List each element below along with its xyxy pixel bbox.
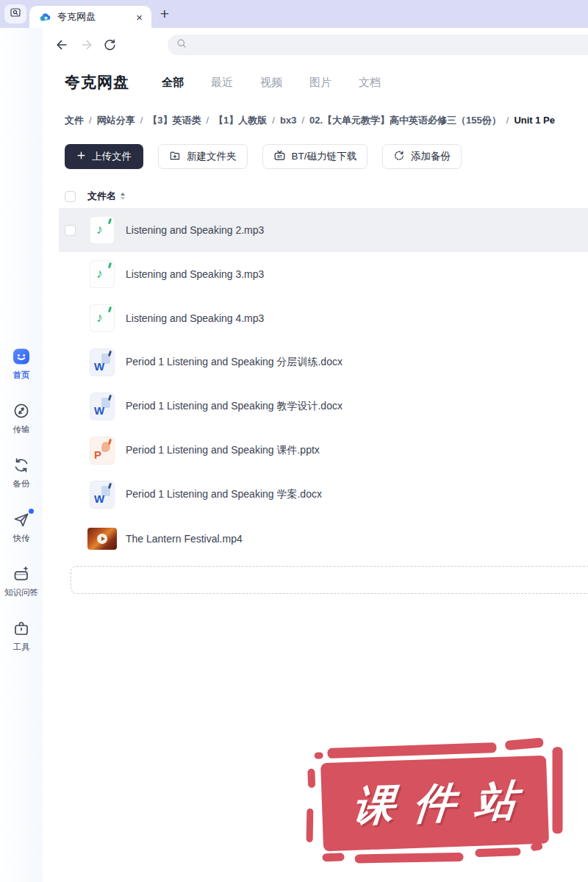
sidebar-item-1[interactable]: 传输 — [0, 401, 43, 435]
sort-toggle[interactable] — [121, 193, 125, 200]
breadcrumb: 文件/网站分享/【3】英语类/【1】人教版/bx3/02.【大单元教学】高中英语… — [65, 113, 588, 128]
view-tab-2[interactable]: 视频 — [260, 76, 282, 90]
select-all-checkbox[interactable] — [65, 191, 76, 202]
audio-glyph: ♪ — [96, 222, 103, 237]
page-corner — [101, 442, 110, 452]
row-checkbox[interactable] — [65, 225, 76, 236]
breadcrumb-item[interactable]: 文件 — [65, 115, 84, 126]
breadcrumb-item[interactable]: bx3 — [280, 115, 296, 126]
view-tab-3[interactable]: 图片 — [309, 76, 331, 90]
new-tab-button[interactable]: + — [154, 4, 175, 24]
browser-sidebar-search-button[interactable] — [4, 4, 26, 24]
sort-asc-icon — [121, 193, 125, 196]
file-type-icon-wrap: ♪ — [87, 217, 117, 243]
view-tab-1[interactable]: 最近 — [211, 76, 233, 90]
breadcrumb-separator: / — [506, 115, 509, 126]
word-file-icon: W — [90, 393, 114, 420]
sidebar-item-0[interactable]: 首页 — [0, 347, 43, 381]
breadcrumb-current: Unit 1 Pe — [514, 115, 555, 126]
file-row[interactable]: The Lantern Festival.mp4 — [59, 517, 588, 561]
new-folder-button[interactable]: 新建文件夹 — [158, 144, 248, 169]
sidebar-search-icon — [10, 7, 21, 21]
file-table-header: 文件名 — [59, 185, 588, 207]
breadcrumb-separator: / — [301, 115, 304, 126]
tab-close-icon[interactable]: × — [135, 11, 144, 24]
file-name: Listening and Speaking 4.mp3 — [126, 312, 264, 324]
toolbox-icon — [12, 619, 31, 638]
word-glyph: W — [94, 404, 104, 417]
file-row[interactable]: WPeriod 1 Listening and Speaking 教学设计.do… — [59, 384, 588, 429]
folder-plus-icon — [169, 150, 181, 164]
breadcrumb-item[interactable]: 网站分享 — [97, 115, 135, 126]
breadcrumb-item[interactable]: 【1】人教版 — [214, 115, 267, 126]
browser-chrome: 夸克网盘 × + — [0, 0, 588, 28]
file-type-icon-wrap: W — [87, 393, 117, 420]
tab-title: 夸克网盘 — [57, 10, 135, 24]
breadcrumb-item[interactable]: 【3】英语类 — [148, 115, 201, 126]
breadcrumb-separator: / — [272, 115, 275, 126]
breadcrumb-separator: / — [140, 115, 143, 126]
audio-file-icon: ♪ — [90, 261, 114, 287]
breadcrumb-separator: / — [206, 115, 209, 126]
reload-button[interactable] — [101, 36, 118, 54]
file-type-icon-wrap: P — [87, 437, 117, 464]
quark-cloud-logo-icon — [39, 11, 51, 24]
video-thumbnail — [87, 528, 117, 550]
file-row[interactable]: WPeriod 1 Listening and Speaking 学案.docx — [59, 473, 588, 517]
sidebar-item-3[interactable]: 快传 — [0, 510, 43, 544]
upload-dropzone[interactable] — [71, 566, 588, 594]
word-glyph: W — [94, 492, 104, 505]
transfer-icon — [12, 401, 31, 420]
filename-column-header: 文件名 — [87, 190, 116, 203]
add-backup-label: 添加备份 — [411, 150, 451, 163]
upload-file-button[interactable]: 上传文件 — [65, 144, 143, 169]
audio-glyph: ♪ — [96, 310, 103, 326]
file-type-icon-wrap: ♪ — [87, 261, 117, 287]
word-file-icon: W — [90, 481, 114, 508]
file-name: Listening and Speaking 3.mp3 — [126, 268, 264, 280]
knowledge-icon — [12, 564, 31, 584]
sidebar-item-2[interactable]: 备份 — [0, 456, 43, 490]
stamp-stroke — [327, 742, 496, 759]
stamp-stroke — [306, 808, 314, 842]
sidebar-item-label: 传输 — [13, 424, 30, 435]
bt-download-button[interactable]: BT BT/磁力链下载 — [262, 144, 368, 169]
browser-navbar — [0, 28, 588, 62]
address-search-bar[interactable] — [168, 35, 588, 55]
back-button[interactable] — [53, 36, 71, 54]
bt-download-label: BT/磁力链下载 — [292, 150, 357, 163]
search-icon — [176, 37, 187, 52]
file-row[interactable]: ♪Listening and Speaking 4.mp3 — [59, 296, 588, 340]
plus-icon — [76, 151, 86, 162]
browser-tab[interactable]: 夸克网盘 × — [29, 6, 151, 28]
file-row[interactable]: WPeriod 1 Listening and Speaking 分层训练.do… — [59, 340, 588, 384]
watermark-stamp: 课件站 — [298, 735, 571, 871]
stamp-stroke — [475, 847, 520, 857]
add-backup-button[interactable]: 添加备份 — [382, 144, 462, 169]
sidebar-item-label: 快传 — [13, 533, 30, 544]
file-type-icon-wrap: ♪ — [87, 305, 117, 331]
sidebar-item-label: 首页 — [13, 370, 30, 381]
file-type-icon-wrap — [87, 528, 117, 550]
sidebar-item-label: 工具 — [13, 642, 30, 653]
file-row[interactable]: ♪Listening and Speaking 3.mp3 — [59, 252, 588, 296]
title-row: 夸克网盘 全部最近视频图片文档 — [65, 72, 381, 93]
file-row[interactable]: ♪Listening and Speaking 2.mp3 — [59, 208, 588, 252]
file-name: Period 1 Listening and Speaking 课件.pptx — [126, 444, 320, 457]
forward-button[interactable] — [78, 36, 96, 54]
stamp-stroke — [322, 853, 344, 861]
toolbar: 上传文件 新建文件夹 BT BT/磁力链下载 — [65, 144, 462, 169]
breadcrumb-item[interactable]: 02.【大单元教学】高中英语必修三（155份） — [309, 115, 501, 126]
file-row[interactable]: PPeriod 1 Listening and Speaking 课件.pptx — [59, 429, 588, 473]
sidebar-item-4[interactable]: 知识问答 — [0, 564, 43, 598]
file-name: Period 1 Listening and Speaking 分层训练.doc… — [126, 356, 343, 369]
upload-file-label: 上传文件 — [92, 150, 132, 163]
view-tab-0[interactable]: 全部 — [162, 76, 184, 90]
file-name: The Lantern Festival.mp4 — [126, 533, 243, 545]
audio-file-icon: ♪ — [90, 305, 114, 331]
view-tab-4[interactable]: 文档 — [359, 76, 381, 90]
ppt-file-icon: P — [90, 437, 114, 464]
view-tabs: 全部最近视频图片文档 — [162, 76, 381, 90]
stamp-stroke — [355, 853, 464, 864]
sidebar-item-5[interactable]: 工具 — [0, 619, 43, 653]
